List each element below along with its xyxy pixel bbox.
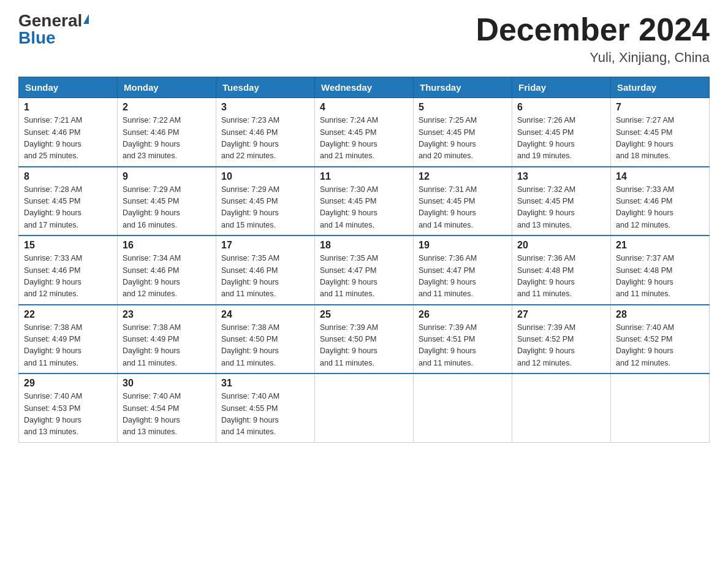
day-info: Sunrise: 7:40 AMSunset: 4:52 PMDaylight:…	[616, 322, 704, 370]
calendar-day-header: Tuesday	[216, 77, 315, 98]
day-number: 11	[320, 171, 408, 182]
location-text: Yuli, Xinjiang, China	[476, 50, 710, 66]
page-header: General Blue December 2024 Yuli, Xinjian…	[18, 12, 710, 66]
day-number: 28	[616, 309, 704, 320]
calendar-cell: 27Sunrise: 7:39 AMSunset: 4:52 PMDayligh…	[512, 305, 611, 374]
calendar-week-row: 1Sunrise: 7:21 AMSunset: 4:46 PMDaylight…	[19, 98, 710, 167]
day-number: 23	[123, 309, 211, 320]
day-info: Sunrise: 7:29 AMSunset: 4:45 PMDaylight:…	[221, 184, 309, 232]
day-info: Sunrise: 7:35 AMSunset: 4:46 PMDaylight:…	[221, 253, 309, 301]
calendar-day-header: Monday	[118, 77, 216, 98]
day-info: Sunrise: 7:39 AMSunset: 4:50 PMDaylight:…	[320, 322, 408, 370]
calendar-cell: 1Sunrise: 7:21 AMSunset: 4:46 PMDaylight…	[19, 98, 118, 167]
day-info: Sunrise: 7:36 AMSunset: 4:48 PMDaylight:…	[517, 253, 605, 301]
day-number: 15	[24, 240, 112, 251]
calendar-day-header: Sunday	[19, 77, 118, 98]
calendar-cell: 23Sunrise: 7:38 AMSunset: 4:49 PMDayligh…	[118, 305, 216, 374]
calendar-cell: 22Sunrise: 7:38 AMSunset: 4:49 PMDayligh…	[19, 305, 118, 374]
day-number: 19	[419, 240, 507, 251]
calendar-cell: 13Sunrise: 7:32 AMSunset: 4:45 PMDayligh…	[512, 167, 611, 236]
day-info: Sunrise: 7:36 AMSunset: 4:47 PMDaylight:…	[419, 253, 507, 301]
calendar-day-header: Thursday	[414, 77, 512, 98]
calendar-cell: 30Sunrise: 7:40 AMSunset: 4:54 PMDayligh…	[118, 373, 216, 442]
calendar-cell: 4Sunrise: 7:24 AMSunset: 4:45 PMDaylight…	[315, 98, 414, 167]
day-number: 21	[616, 240, 704, 251]
calendar-week-row: 22Sunrise: 7:38 AMSunset: 4:49 PMDayligh…	[19, 305, 710, 374]
day-number: 25	[320, 309, 408, 320]
calendar-day-header: Wednesday	[315, 77, 414, 98]
day-number: 1	[24, 102, 112, 113]
calendar-cell	[414, 373, 512, 442]
day-info: Sunrise: 7:35 AMSunset: 4:47 PMDaylight:…	[320, 253, 408, 301]
day-info: Sunrise: 7:23 AMSunset: 4:46 PMDaylight:…	[221, 115, 309, 163]
day-number: 3	[221, 102, 309, 113]
calendar-cell: 15Sunrise: 7:33 AMSunset: 4:46 PMDayligh…	[19, 236, 118, 305]
day-info: Sunrise: 7:30 AMSunset: 4:45 PMDaylight:…	[320, 184, 408, 232]
calendar-cell: 7Sunrise: 7:27 AMSunset: 4:45 PMDaylight…	[611, 98, 710, 167]
day-number: 4	[320, 102, 408, 113]
title-area: December 2024 Yuli, Xinjiang, China	[476, 12, 710, 66]
calendar-cell	[611, 373, 710, 442]
day-number: 13	[517, 171, 605, 182]
calendar-cell: 20Sunrise: 7:36 AMSunset: 4:48 PMDayligh…	[512, 236, 611, 305]
day-number: 16	[123, 240, 211, 251]
calendar-cell: 8Sunrise: 7:28 AMSunset: 4:45 PMDaylight…	[19, 167, 118, 236]
day-info: Sunrise: 7:34 AMSunset: 4:46 PMDaylight:…	[123, 253, 211, 301]
calendar-week-row: 29Sunrise: 7:40 AMSunset: 4:53 PMDayligh…	[19, 373, 710, 442]
day-number: 30	[123, 378, 211, 389]
day-info: Sunrise: 7:40 AMSunset: 4:55 PMDaylight:…	[221, 391, 309, 439]
day-number: 9	[123, 171, 211, 182]
day-info: Sunrise: 7:24 AMSunset: 4:45 PMDaylight:…	[320, 115, 408, 163]
day-info: Sunrise: 7:39 AMSunset: 4:51 PMDaylight:…	[419, 322, 507, 370]
calendar-header-row: SundayMondayTuesdayWednesdayThursdayFrid…	[19, 77, 710, 98]
logo-blue-text: Blue	[18, 29, 56, 47]
day-number: 14	[616, 171, 704, 182]
calendar-table: SundayMondayTuesdayWednesdayThursdayFrid…	[18, 77, 710, 443]
day-info: Sunrise: 7:40 AMSunset: 4:53 PMDaylight:…	[24, 391, 112, 439]
day-info: Sunrise: 7:26 AMSunset: 4:45 PMDaylight:…	[517, 115, 605, 163]
day-info: Sunrise: 7:25 AMSunset: 4:45 PMDaylight:…	[419, 115, 507, 163]
calendar-cell: 19Sunrise: 7:36 AMSunset: 4:47 PMDayligh…	[414, 236, 512, 305]
logo: General Blue	[18, 12, 89, 47]
day-number: 24	[221, 309, 309, 320]
calendar-cell: 26Sunrise: 7:39 AMSunset: 4:51 PMDayligh…	[414, 305, 512, 374]
day-info: Sunrise: 7:21 AMSunset: 4:46 PMDaylight:…	[24, 115, 112, 163]
day-info: Sunrise: 7:38 AMSunset: 4:49 PMDaylight:…	[24, 322, 112, 370]
day-info: Sunrise: 7:32 AMSunset: 4:45 PMDaylight:…	[517, 184, 605, 232]
calendar-cell: 16Sunrise: 7:34 AMSunset: 4:46 PMDayligh…	[118, 236, 216, 305]
day-number: 12	[419, 171, 507, 182]
day-number: 29	[24, 378, 112, 389]
logo-triangle-icon	[83, 14, 89, 24]
calendar-cell	[315, 373, 414, 442]
month-title: December 2024	[476, 12, 710, 47]
day-info: Sunrise: 7:38 AMSunset: 4:50 PMDaylight:…	[221, 322, 309, 370]
calendar-cell: 29Sunrise: 7:40 AMSunset: 4:53 PMDayligh…	[19, 373, 118, 442]
calendar-cell: 10Sunrise: 7:29 AMSunset: 4:45 PMDayligh…	[216, 167, 315, 236]
calendar-week-row: 15Sunrise: 7:33 AMSunset: 4:46 PMDayligh…	[19, 236, 710, 305]
day-number: 7	[616, 102, 704, 113]
calendar-cell: 18Sunrise: 7:35 AMSunset: 4:47 PMDayligh…	[315, 236, 414, 305]
calendar-day-header: Saturday	[611, 77, 710, 98]
calendar-cell	[512, 373, 611, 442]
calendar-cell: 28Sunrise: 7:40 AMSunset: 4:52 PMDayligh…	[611, 305, 710, 374]
calendar-cell: 14Sunrise: 7:33 AMSunset: 4:46 PMDayligh…	[611, 167, 710, 236]
calendar-cell: 2Sunrise: 7:22 AMSunset: 4:46 PMDaylight…	[118, 98, 216, 167]
day-number: 17	[221, 240, 309, 251]
calendar-cell: 6Sunrise: 7:26 AMSunset: 4:45 PMDaylight…	[512, 98, 611, 167]
day-number: 22	[24, 309, 112, 320]
day-number: 20	[517, 240, 605, 251]
day-number: 6	[517, 102, 605, 113]
day-info: Sunrise: 7:38 AMSunset: 4:49 PMDaylight:…	[123, 322, 211, 370]
day-number: 31	[221, 378, 309, 389]
logo-general-text: General	[18, 12, 82, 29]
day-number: 27	[517, 309, 605, 320]
day-info: Sunrise: 7:33 AMSunset: 4:46 PMDaylight:…	[24, 253, 112, 301]
day-info: Sunrise: 7:37 AMSunset: 4:48 PMDaylight:…	[616, 253, 704, 301]
day-number: 8	[24, 171, 112, 182]
calendar-cell: 24Sunrise: 7:38 AMSunset: 4:50 PMDayligh…	[216, 305, 315, 374]
day-number: 26	[419, 309, 507, 320]
day-info: Sunrise: 7:33 AMSunset: 4:46 PMDaylight:…	[616, 184, 704, 232]
calendar-cell: 12Sunrise: 7:31 AMSunset: 4:45 PMDayligh…	[414, 167, 512, 236]
day-info: Sunrise: 7:28 AMSunset: 4:45 PMDaylight:…	[24, 184, 112, 232]
calendar-cell: 11Sunrise: 7:30 AMSunset: 4:45 PMDayligh…	[315, 167, 414, 236]
